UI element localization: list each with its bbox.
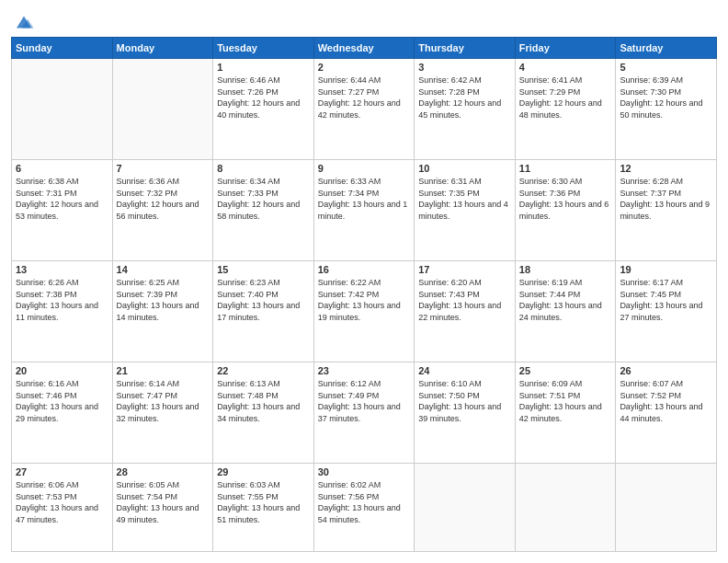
calendar-cell: 4Sunrise: 6:41 AM Sunset: 7:29 PM Daylig… — [515, 59, 616, 160]
day-number: 11 — [519, 163, 612, 174]
day-number: 22 — [217, 365, 310, 376]
calendar-cell: 21Sunrise: 6:14 AM Sunset: 7:47 PM Dayli… — [112, 362, 213, 464]
calendar-cell: 7Sunrise: 6:36 AM Sunset: 7:32 PM Daylig… — [112, 160, 213, 261]
day-number: 20 — [16, 365, 108, 376]
day-number: 23 — [318, 365, 411, 376]
calendar-week-row: 1Sunrise: 6:46 AM Sunset: 7:26 PM Daylig… — [12, 59, 717, 160]
calendar-cell: 24Sunrise: 6:10 AM Sunset: 7:50 PM Dayli… — [415, 362, 516, 464]
calendar-body: 1Sunrise: 6:46 AM Sunset: 7:26 PM Daylig… — [12, 59, 717, 552]
day-info: Sunrise: 6:12 AM Sunset: 7:49 PM Dayligh… — [318, 378, 411, 424]
day-info: Sunrise: 6:13 AM Sunset: 7:48 PM Dayligh… — [217, 378, 310, 424]
calendar-cell: 5Sunrise: 6:39 AM Sunset: 7:30 PM Daylig… — [616, 59, 717, 160]
day-info: Sunrise: 6:03 AM Sunset: 7:55 PM Dayligh… — [217, 479, 310, 525]
day-number: 13 — [16, 264, 108, 275]
day-number: 5 — [620, 62, 712, 73]
day-info: Sunrise: 6:28 AM Sunset: 7:37 PM Dayligh… — [620, 176, 712, 222]
weekday-header: Thursday — [415, 38, 516, 59]
calendar-cell: 6Sunrise: 6:38 AM Sunset: 7:31 PM Daylig… — [12, 160, 113, 261]
weekday-header: Monday — [112, 38, 213, 59]
day-info: Sunrise: 6:34 AM Sunset: 7:33 PM Dayligh… — [217, 176, 310, 222]
day-number: 10 — [418, 163, 511, 174]
day-info: Sunrise: 6:19 AM Sunset: 7:44 PM Dayligh… — [519, 277, 612, 323]
day-number: 14 — [117, 264, 210, 275]
day-info: Sunrise: 6:06 AM Sunset: 7:53 PM Dayligh… — [16, 479, 108, 525]
page: SundayMondayTuesdayWednesdayThursdayFrid… — [0, 0, 728, 563]
day-number: 24 — [418, 365, 511, 376]
weekday-header: Wednesday — [313, 38, 415, 59]
calendar-cell: 10Sunrise: 6:31 AM Sunset: 7:35 PM Dayli… — [415, 160, 516, 261]
day-info: Sunrise: 6:02 AM Sunset: 7:56 PM Dayligh… — [318, 479, 411, 525]
day-number: 4 — [519, 62, 612, 73]
calendar-cell: 8Sunrise: 6:34 AM Sunset: 7:33 PM Daylig… — [213, 160, 314, 261]
day-info: Sunrise: 6:20 AM Sunset: 7:43 PM Dayligh… — [418, 277, 511, 323]
day-info: Sunrise: 6:31 AM Sunset: 7:35 PM Dayligh… — [418, 176, 511, 222]
calendar-cell: 16Sunrise: 6:22 AM Sunset: 7:42 PM Dayli… — [313, 261, 415, 362]
day-info: Sunrise: 6:30 AM Sunset: 7:36 PM Dayligh… — [519, 176, 612, 222]
calendar-cell: 12Sunrise: 6:28 AM Sunset: 7:37 PM Dayli… — [616, 160, 717, 261]
calendar-cell — [415, 464, 516, 552]
day-number: 16 — [318, 264, 411, 275]
day-info: Sunrise: 6:22 AM Sunset: 7:42 PM Dayligh… — [318, 277, 411, 323]
day-number: 30 — [318, 466, 411, 477]
calendar-week-row: 13Sunrise: 6:26 AM Sunset: 7:38 PM Dayli… — [12, 261, 717, 362]
weekday-header: Friday — [515, 38, 616, 59]
day-info: Sunrise: 6:05 AM Sunset: 7:54 PM Dayligh… — [117, 479, 210, 525]
day-info: Sunrise: 6:46 AM Sunset: 7:26 PM Dayligh… — [217, 75, 310, 121]
calendar-header-row: SundayMondayTuesdayWednesdayThursdayFrid… — [12, 38, 717, 59]
calendar-cell: 9Sunrise: 6:33 AM Sunset: 7:34 PM Daylig… — [313, 160, 415, 261]
day-number: 17 — [418, 264, 511, 275]
day-info: Sunrise: 6:26 AM Sunset: 7:38 PM Dayligh… — [16, 277, 108, 323]
day-info: Sunrise: 6:07 AM Sunset: 7:52 PM Dayligh… — [620, 378, 712, 424]
day-number: 26 — [620, 365, 712, 376]
calendar-week-row: 6Sunrise: 6:38 AM Sunset: 7:31 PM Daylig… — [12, 160, 717, 261]
weekday-header: Sunday — [12, 38, 113, 59]
day-info: Sunrise: 6:17 AM Sunset: 7:45 PM Dayligh… — [620, 277, 712, 323]
day-number: 15 — [217, 264, 310, 275]
day-info: Sunrise: 6:36 AM Sunset: 7:32 PM Dayligh… — [117, 176, 210, 222]
day-info: Sunrise: 6:16 AM Sunset: 7:46 PM Dayligh… — [16, 378, 108, 424]
calendar-cell: 3Sunrise: 6:42 AM Sunset: 7:28 PM Daylig… — [415, 59, 516, 160]
day-info: Sunrise: 6:14 AM Sunset: 7:47 PM Dayligh… — [117, 378, 210, 424]
calendar-cell: 20Sunrise: 6:16 AM Sunset: 7:46 PM Dayli… — [12, 362, 113, 464]
day-info: Sunrise: 6:25 AM Sunset: 7:39 PM Dayligh… — [117, 277, 210, 323]
day-info: Sunrise: 6:42 AM Sunset: 7:28 PM Dayligh… — [418, 75, 511, 121]
day-info: Sunrise: 6:39 AM Sunset: 7:30 PM Dayligh… — [620, 75, 712, 121]
day-info: Sunrise: 6:33 AM Sunset: 7:34 PM Dayligh… — [318, 176, 411, 222]
day-number: 25 — [519, 365, 612, 376]
calendar-cell: 25Sunrise: 6:09 AM Sunset: 7:51 PM Dayli… — [515, 362, 616, 464]
calendar-cell: 19Sunrise: 6:17 AM Sunset: 7:45 PM Dayli… — [616, 261, 717, 362]
day-info: Sunrise: 6:38 AM Sunset: 7:31 PM Dayligh… — [16, 176, 108, 222]
calendar-cell — [616, 464, 717, 552]
logo-icon — [13, 11, 35, 33]
day-number: 27 — [16, 466, 108, 477]
day-info: Sunrise: 6:44 AM Sunset: 7:27 PM Dayligh… — [318, 75, 411, 121]
calendar-week-row: 20Sunrise: 6:16 AM Sunset: 7:46 PM Dayli… — [12, 362, 717, 464]
day-number: 9 — [318, 163, 411, 174]
day-number: 29 — [217, 466, 310, 477]
calendar-cell: 26Sunrise: 6:07 AM Sunset: 7:52 PM Dayli… — [616, 362, 717, 464]
calendar-cell: 1Sunrise: 6:46 AM Sunset: 7:26 PM Daylig… — [213, 59, 314, 160]
day-number: 2 — [318, 62, 411, 73]
day-number: 3 — [418, 62, 511, 73]
calendar-cell — [112, 59, 213, 160]
calendar-week-row: 27Sunrise: 6:06 AM Sunset: 7:53 PM Dayli… — [12, 464, 717, 552]
calendar-cell: 28Sunrise: 6:05 AM Sunset: 7:54 PM Dayli… — [112, 464, 213, 552]
day-info: Sunrise: 6:41 AM Sunset: 7:29 PM Dayligh… — [519, 75, 612, 121]
header — [11, 11, 717, 29]
calendar-cell: 11Sunrise: 6:30 AM Sunset: 7:36 PM Dayli… — [515, 160, 616, 261]
calendar-cell: 18Sunrise: 6:19 AM Sunset: 7:44 PM Dayli… — [515, 261, 616, 362]
calendar-cell: 13Sunrise: 6:26 AM Sunset: 7:38 PM Dayli… — [12, 261, 113, 362]
day-number: 8 — [217, 163, 310, 174]
calendar-cell: 14Sunrise: 6:25 AM Sunset: 7:39 PM Dayli… — [112, 261, 213, 362]
calendar-cell — [12, 59, 113, 160]
day-number: 12 — [620, 163, 712, 174]
day-number: 1 — [217, 62, 310, 73]
day-number: 19 — [620, 264, 712, 275]
calendar-table: SundayMondayTuesdayWednesdayThursdayFrid… — [11, 37, 717, 552]
day-number: 18 — [519, 264, 612, 275]
day-info: Sunrise: 6:10 AM Sunset: 7:50 PM Dayligh… — [418, 378, 511, 424]
weekday-header: Tuesday — [213, 38, 314, 59]
weekday-header: Saturday — [616, 38, 717, 59]
calendar-cell: 27Sunrise: 6:06 AM Sunset: 7:53 PM Dayli… — [12, 464, 113, 552]
day-number: 7 — [117, 163, 210, 174]
